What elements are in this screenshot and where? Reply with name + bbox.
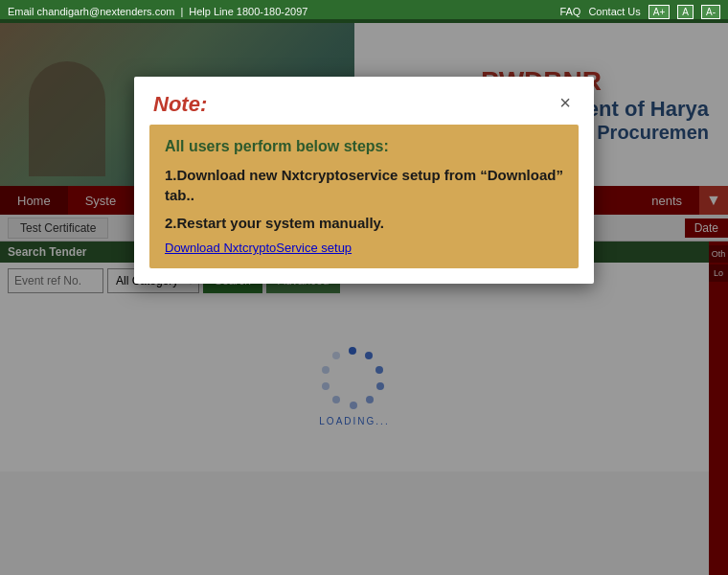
faq-link[interactable]: FAQ xyxy=(559,6,580,17)
modal-step2: 2.Restart your system manually. xyxy=(165,213,563,233)
separator: | xyxy=(180,6,183,17)
modal-close-button[interactable]: × xyxy=(556,92,575,114)
modal-header: Note: × xyxy=(134,77,594,125)
contact-link[interactable]: Contact Us xyxy=(588,6,640,17)
modal-title: Note: xyxy=(153,92,207,117)
modal-dialog: Note: × All users perform below steps: 1… xyxy=(134,77,594,284)
modal-alert-title: All users perform below steps: xyxy=(165,138,563,155)
font-increase-button[interactable]: A+ xyxy=(648,5,671,19)
modal-download-link[interactable]: Download NxtcryptoService setup xyxy=(165,241,352,255)
main-area: Search Tender All Category Works Goods S… xyxy=(0,242,728,575)
top-bar-left: Email chandigarh@nextenders.com | Help L… xyxy=(8,6,307,17)
modal-body: All users perform below steps: 1.Downloa… xyxy=(149,125,579,268)
helpline-label: Help Line 1800-180-2097 xyxy=(189,6,307,17)
font-decrease-button[interactable]: A- xyxy=(701,5,720,19)
modal-step1: 1.Download new Nxtcryptoservice setup fr… xyxy=(165,165,563,205)
email-label: Email chandigarh@nextenders.com xyxy=(8,6,174,17)
font-normal-button[interactable]: A xyxy=(677,5,694,19)
top-bar-right: FAQ Contact Us A+ A A- xyxy=(559,5,720,19)
modal-overlay: Note: × All users perform below steps: 1… xyxy=(0,19,728,575)
